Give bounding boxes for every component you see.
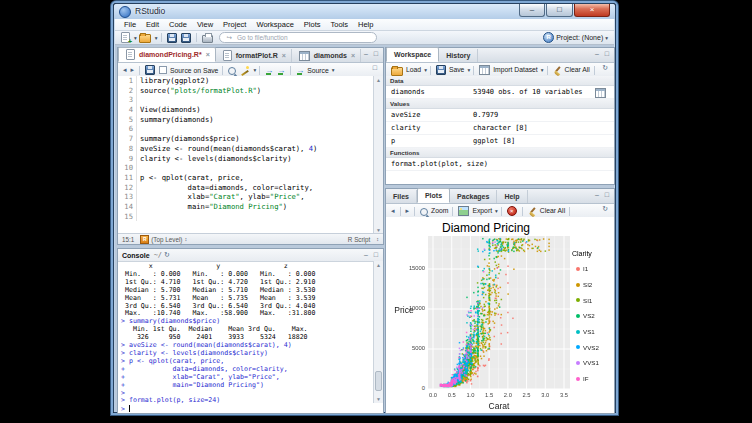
menu-tools[interactable]: Tools <box>326 20 354 29</box>
workspace-row[interactable]: format.plot(plot, size) <box>386 158 614 171</box>
save-icon[interactable] <box>167 33 177 43</box>
editor-scrollbar[interactable]: ▲ ▼ <box>373 76 383 234</box>
show-in-new-window-icon[interactable]: □ <box>373 64 377 71</box>
scope-selector[interactable]: (Top Level) <box>151 236 182 243</box>
clear-all-button[interactable]: Clear All <box>526 207 566 216</box>
code-line[interactable]: 1library(ggplot2) <box>118 76 374 86</box>
plots-pane-buttons[interactable]: – □ <box>595 191 611 198</box>
scroll-up-icon[interactable]: ▲ <box>374 77 383 83</box>
workspace-row[interactable]: claritycharacter [8] <box>386 122 614 135</box>
menu-plots[interactable]: Plots <box>299 20 326 29</box>
save-all-icon[interactable] <box>181 33 191 43</box>
code-line[interactable]: 4View(diamonds) <box>118 105 374 115</box>
tab-help[interactable]: Help <box>497 190 527 203</box>
console-scrollbar[interactable]: ▲ ▼ <box>373 261 383 403</box>
menu-file[interactable]: File <box>119 20 141 29</box>
menu-help[interactable]: Help <box>353 20 378 29</box>
workspace-row[interactable]: aveSize0.7979 <box>386 109 614 122</box>
title-bar[interactable]: RStudio – □ × <box>114 4 615 19</box>
code-line[interactable]: 9clarity <- levels(diamonds$clarity) <box>118 154 374 164</box>
menu-code[interactable]: Code <box>164 20 192 29</box>
scroll-down-icon[interactable]: ▼ <box>374 396 383 402</box>
tab-workspace[interactable]: Workspace <box>386 47 439 62</box>
del-button[interactable]: × <box>505 206 519 216</box>
source-file-icon[interactable]: → <box>296 66 304 75</box>
tab-label: Plots <box>425 192 442 199</box>
doc-type-selector[interactable]: R Script <box>348 236 370 243</box>
new-file-icon[interactable] <box>121 32 130 43</box>
workspace-pane: WorkspaceHistory– □ Load▾Save▾Import Dat… <box>385 47 615 185</box>
code-editor[interactable]: 1library(ggplot2)2source("plots/formatPl… <box>118 76 374 234</box>
source-button-label[interactable]: Source <box>307 67 329 74</box>
close-tab-icon[interactable]: × <box>282 52 286 59</box>
code-line[interactable]: 15 <box>118 212 374 222</box>
view-data-icon[interactable] <box>595 88 606 98</box>
import-dataset-button[interactable]: Import Dataset▾ <box>477 65 543 75</box>
menu-workspace[interactable]: Workspace <box>251 20 298 29</box>
open-file-icon[interactable] <box>139 34 151 43</box>
r-home-icon[interactable]: ↻ <box>164 251 170 259</box>
code-line[interactable]: 14 main="Diamond Pricing") <box>118 202 374 212</box>
source-pane-buttons[interactable]: – □ <box>364 50 380 57</box>
menu-project[interactable]: Project <box>218 20 251 29</box>
print-icon[interactable] <box>202 35 213 43</box>
console-output[interactable]: x y z Min. : 0.000 Min. : 0.000 Min. : 0… <box>118 261 374 413</box>
close-tab-icon[interactable]: × <box>351 52 355 59</box>
code-line[interactable]: 12 data=diamonds, color=clarity, <box>118 183 374 193</box>
load-button[interactable]: Load▾ <box>389 65 427 76</box>
code-line[interactable]: 3 <box>118 95 374 105</box>
refresh-icon[interactable]: ↻ <box>602 205 608 213</box>
plot-title: Diamond Pricing <box>386 221 586 235</box>
scroll-thumb[interactable] <box>375 371 382 391</box>
code-line[interactable]: 6 <box>118 124 374 134</box>
menu-view[interactable]: View <box>192 20 218 29</box>
object-value: ggplot [8] <box>473 137 515 145</box>
code-line[interactable]: 13 xlab="Carat", ylab="Price", <box>118 192 374 202</box>
code-line[interactable]: 11p <- qplot(carat, price, <box>118 173 374 183</box>
tab-diamondpricing-r-[interactable]: diamondPricing.R*× <box>118 47 216 62</box>
save-doc-icon[interactable] <box>145 65 155 75</box>
workspace-row[interactable]: pggplot [8] <box>386 135 614 148</box>
workspace-object-list: Datadiamonds53940 obs. of 10 variablesVa… <box>386 76 614 184</box>
code-tools-icon[interactable] <box>240 66 249 75</box>
close-tab-icon[interactable]: × <box>206 51 210 58</box>
back-icon[interactable]: ◂ <box>123 66 127 74</box>
minimize-button[interactable]: – <box>519 4 545 17</box>
close-button[interactable]: × <box>574 4 610 17</box>
object-value: 53940 obs. of 10 variables <box>473 88 583 96</box>
import-icon <box>479 65 490 75</box>
find-icon[interactable] <box>228 67 236 75</box>
tab-plots[interactable]: Plots <box>417 188 450 203</box>
code-line[interactable]: 10 <box>118 163 374 173</box>
tab-files[interactable]: Files <box>386 190 417 203</box>
legend-label: VS2 <box>583 312 595 319</box>
forward-icon[interactable]: ▸ <box>131 66 135 74</box>
workspace-row[interactable]: diamonds53940 obs. of 10 variables <box>386 86 614 99</box>
console-pane-buttons[interactable]: – □ <box>364 251 380 258</box>
tab-diamonds[interactable]: diamonds× <box>292 49 361 62</box>
workspace-pane-buttons[interactable]: – □ <box>595 50 611 57</box>
scroll-up-icon[interactable]: ▲ <box>374 262 383 268</box>
clear-all-button[interactable]: Clear All <box>551 66 591 75</box>
code-line[interactable]: 5summary(diamonds) <box>118 115 374 125</box>
tab-packages[interactable]: Packages <box>450 190 497 203</box>
maximize-button[interactable]: □ <box>546 4 573 17</box>
menu-edit[interactable]: Edit <box>141 20 164 29</box>
refresh-icon[interactable]: ↻ <box>602 64 608 72</box>
run-line-icon[interactable]: → <box>265 66 273 75</box>
code-line[interactable]: 2source("plots/formatPlot.R") <box>118 86 374 96</box>
export-button[interactable]: Export▾ <box>456 206 497 216</box>
back-button[interactable]: ◂ <box>389 207 397 215</box>
project-menu-button[interactable]: R Project: (None) ▾ <box>541 32 608 43</box>
code-line[interactable]: 8aveSize <- round(mean(diamonds$carat), … <box>118 144 374 154</box>
tab-history[interactable]: History <box>439 49 478 62</box>
plots-tabstrip: FilesPlotsPackagesHelp– □ <box>386 189 614 204</box>
code-line[interactable]: 7summary(diamonds$price) <box>118 134 374 144</box>
source-on-save-checkbox[interactable] <box>159 66 167 74</box>
goto-file-function-input[interactable]: ↪ Go to file/function <box>219 32 377 43</box>
fwd-button[interactable]: ▸ <box>404 207 412 215</box>
tab-formatplot-r[interactable]: formatPlot.R× <box>216 49 292 62</box>
zoom-button[interactable]: Zoom <box>418 207 449 216</box>
rerun-region-icon[interactable]: → <box>277 66 285 75</box>
save-button[interactable]: Save▾ <box>434 65 470 75</box>
